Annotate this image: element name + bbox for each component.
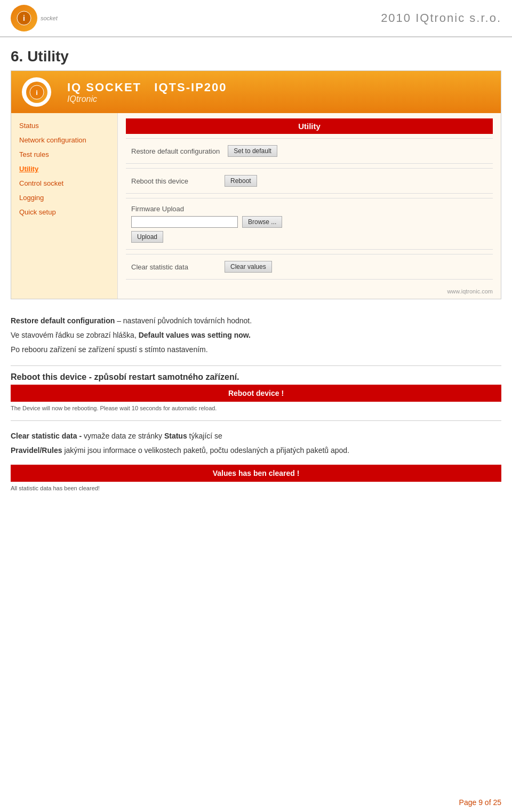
logo-area: i socket <box>11 5 58 31</box>
clear-desc-para1: Clear statistic data - vymaže data ze st… <box>11 431 501 442</box>
clear-line2-text: jakými jsou informace o velikostech pake… <box>64 446 349 455</box>
reboot-button[interactable]: Reboot <box>225 175 257 187</box>
restore-desc-para1: Restore default configuration – nastaven… <box>11 315 501 327</box>
upload-button[interactable]: Upload <box>131 231 163 243</box>
restore-section: Restore default configuration Set to def… <box>126 138 493 164</box>
reboot-note: The Device will now be rebooting. Please… <box>11 404 501 412</box>
values-cleared-button[interactable]: Values has ben cleared ! <box>11 465 501 482</box>
logo-icon: i <box>11 5 37 31</box>
page-footer: Page 9 of 25 <box>459 798 501 807</box>
clear-subtitle-bold: Clear statistic data - <box>11 432 82 440</box>
divider2 <box>11 420 501 421</box>
firmware-file-input[interactable] <box>131 216 238 228</box>
restore-desc-text3: Ve stavovém řádku se zobrazí hláška, <box>11 331 139 339</box>
logo-subtext: socket <box>41 15 58 21</box>
clear-values-button[interactable]: Clear values <box>225 261 272 273</box>
sidebar-item-utility[interactable]: Utility <box>11 162 117 176</box>
reboot-desc-text: způsobí restart samotného zařízení. <box>94 372 239 381</box>
clear-desc-text1: vymaže data ze stránky <box>84 432 164 440</box>
sidebar-item-network[interactable]: Network configuration <box>11 133 117 147</box>
reboot-label: Reboot this device <box>131 177 217 185</box>
device-logo-area: i <box>22 77 51 107</box>
divider1 <box>11 365 501 366</box>
sidebar-item-testrules[interactable]: Test rules <box>11 147 117 162</box>
clear-desc-para2: Pravidel/Rules jakými jsou informace o v… <box>11 445 501 456</box>
reboot-subtitle-bold: Reboot this device - <box>11 372 92 381</box>
svg-text:i: i <box>23 14 25 22</box>
sidebar-item-status[interactable]: Status <box>11 118 117 133</box>
device-panel: i IQ SOCKET IQTS-IP200 IQtronic Status N… <box>11 70 501 299</box>
device-body: Status Network configuration Test rules … <box>11 113 501 299</box>
restore-desc-para3: Po rebooru zařízení se zařízení spustí s… <box>11 344 501 355</box>
clear-description: Clear statistic data - vymaže data ze st… <box>0 425 512 462</box>
clear-desc-text2: týkající se <box>189 432 222 440</box>
sidebar-item-logging[interactable]: Logging <box>11 190 117 205</box>
reboot-section: Reboot this device Reboot <box>126 168 493 194</box>
device-sidebar: Status Network configuration Test rules … <box>11 113 118 299</box>
page-header: i socket 2010 IQtronic s.r.o. <box>0 0 512 37</box>
restore-desc-bold: Restore default configuration <box>11 316 115 325</box>
device-watermark: www.iqtronic.com <box>118 284 501 299</box>
values-note: All statistic data has been cleared! <box>11 484 501 492</box>
reboot-subtitle: Reboot this device - způsobí restart sam… <box>11 372 501 382</box>
svg-text:i: i <box>36 89 38 97</box>
section-heading: 6. Utility <box>0 37 512 70</box>
sidebar-item-controlsocket[interactable]: Control socket <box>11 176 117 190</box>
restore-label: Restore default configuration <box>131 147 220 155</box>
header-title: 2010 IQtronic s.r.o. <box>381 11 501 25</box>
clear-label: Clear statistic data <box>131 263 217 271</box>
restore-description: Restore default configuration – nastaven… <box>0 310 512 361</box>
device-main: Utility Restore default configuration Se… <box>118 113 501 299</box>
device-brand-name: IQ SOCKET IQTS-IP200 IQtronic <box>67 81 227 104</box>
restore-dash: – <box>117 316 121 325</box>
device-model: IQ SOCKET IQTS-IP200 <box>67 81 227 94</box>
restore-desc-para2: Ve stavovém řádku se zobrazí hláška, Def… <box>11 330 501 341</box>
firmware-label: Firmware Upload <box>131 205 487 213</box>
device-logo-icon: i <box>26 82 47 103</box>
browse-button[interactable]: Browse ... <box>242 216 282 228</box>
clear-line2-bold: Pravidel/Rules <box>11 446 62 455</box>
restore-desc-text2: nastavení původních továrních hodnot. <box>123 316 252 325</box>
device-top-bar: i IQ SOCKET IQTS-IP200 IQtronic <box>11 71 501 113</box>
sidebar-item-quicksetup[interactable]: Quick setup <box>11 205 117 219</box>
clear-bold1: Status <box>164 432 187 440</box>
device-brand: IQtronic <box>67 94 227 104</box>
firmware-section: Firmware Upload Browse ... Upload <box>126 198 493 250</box>
reboot-device-button[interactable]: Reboot device ! <box>11 385 501 402</box>
set-to-default-button[interactable]: Set to default <box>228 145 277 157</box>
firmware-row: Browse ... <box>131 216 487 228</box>
device-main-title: Utility <box>126 118 493 134</box>
clear-section: Clear statistic data Clear values <box>126 254 493 280</box>
restore-bold-text: Default values was setting now. <box>139 331 251 339</box>
